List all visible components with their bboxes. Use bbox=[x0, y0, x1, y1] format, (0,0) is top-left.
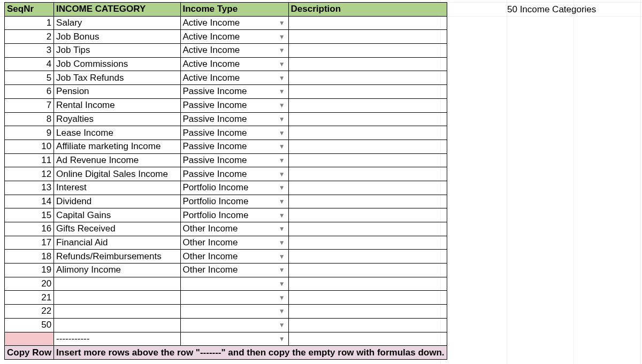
cell-description[interactable] bbox=[288, 153, 447, 167]
cell-description[interactable] bbox=[288, 85, 447, 99]
cell-description[interactable] bbox=[288, 167, 447, 181]
table-row[interactable]: 16Gifts ReceivedOther Income▼ bbox=[5, 222, 447, 236]
dropdown-icon[interactable]: ▼ bbox=[279, 239, 285, 246]
dropdown-icon[interactable]: ▼ bbox=[279, 184, 285, 191]
dropdown-icon[interactable]: ▼ bbox=[279, 130, 285, 136]
copy-row[interactable]: Copy RowInsert more rows above the row "… bbox=[5, 346, 447, 360]
dropdown-icon[interactable]: ▼ bbox=[279, 20, 285, 26]
cell-description[interactable] bbox=[288, 140, 447, 153]
cell-seq[interactable]: 19 bbox=[5, 264, 54, 277]
income-category-table[interactable]: SeqNr INCOME CATEGORY Income Type Descri… bbox=[4, 2, 447, 360]
cell-description[interactable] bbox=[288, 291, 447, 305]
table-row[interactable]: 12Online Digital Sales IncomePassive Inc… bbox=[5, 167, 447, 181]
cell-seq[interactable]: 6 bbox=[5, 85, 54, 99]
cell-description[interactable] bbox=[288, 208, 447, 222]
cell-income-type[interactable]: Active Income▼ bbox=[180, 44, 288, 58]
copy-row-message[interactable]: Insert more rows above the row "-------"… bbox=[54, 346, 447, 360]
cell-category[interactable]: Pension bbox=[54, 85, 180, 99]
cell-seq[interactable]: 22 bbox=[5, 305, 54, 319]
cell-category[interactable]: Salary bbox=[54, 16, 180, 30]
cell-category[interactable]: Job Tips bbox=[54, 44, 180, 58]
cell-description[interactable] bbox=[288, 98, 447, 112]
cell-income-type[interactable]: Portfolio Income▼ bbox=[180, 208, 288, 222]
cell-category[interactable]: Financial Aid bbox=[54, 236, 180, 250]
cell-income-type[interactable]: Other Income▼ bbox=[180, 264, 288, 277]
header-type[interactable]: Income Type bbox=[180, 3, 288, 17]
table-row[interactable]: 7Rental IncomePassive Income▼ bbox=[5, 98, 447, 112]
cell-category[interactable]: Refunds/Reimbursements bbox=[54, 250, 180, 264]
cell-category[interactable]: Interest bbox=[54, 181, 180, 195]
cell-description[interactable] bbox=[288, 195, 447, 208]
cell-income-type[interactable]: Active Income▼ bbox=[180, 30, 288, 44]
dropdown-icon[interactable]: ▼ bbox=[279, 34, 285, 40]
cell-category[interactable]: Royalties bbox=[54, 112, 180, 126]
dropdown-icon[interactable]: ▼ bbox=[279, 308, 285, 314]
dropdown-icon[interactable]: ▼ bbox=[279, 322, 285, 328]
cell-category[interactable] bbox=[54, 318, 180, 332]
cell-seq[interactable]: 11 bbox=[5, 153, 54, 167]
cell-description[interactable] bbox=[288, 16, 447, 30]
cell-income-type[interactable]: Other Income▼ bbox=[180, 222, 288, 236]
copy-row-label[interactable]: Copy Row bbox=[5, 346, 54, 360]
cell-income-type[interactable]: Active Income▼ bbox=[180, 16, 288, 30]
table-row[interactable]: 6PensionPassive Income▼ bbox=[5, 85, 447, 99]
dropdown-icon[interactable]: ▼ bbox=[279, 253, 285, 260]
table-row[interactable]: 17Financial AidOther Income▼ bbox=[5, 236, 447, 250]
cell-income-type[interactable]: Other Income▼ bbox=[180, 236, 288, 250]
cell-category[interactable] bbox=[54, 305, 180, 319]
cell-description[interactable] bbox=[288, 181, 447, 195]
cell-seq[interactable]: 18 bbox=[5, 250, 54, 264]
dropdown-icon[interactable]: ▼ bbox=[279, 212, 285, 219]
cell-seq[interactable]: 2 bbox=[5, 30, 54, 44]
cell-income-type[interactable]: ▼ bbox=[180, 291, 288, 305]
table-row[interactable]: 9Lease IncomePassive Income▼ bbox=[5, 126, 447, 140]
cell-category[interactable]: Alimony Income bbox=[54, 264, 180, 277]
cell-description[interactable] bbox=[288, 318, 447, 332]
table-row[interactable]: 14DividendPortfolio Income▼ bbox=[5, 195, 447, 208]
cell-description[interactable] bbox=[288, 236, 447, 250]
cell-description[interactable] bbox=[288, 44, 447, 58]
cell-category[interactable]: Dividend bbox=[54, 195, 180, 208]
cell-income-type[interactable]: Other Income▼ bbox=[180, 250, 288, 264]
table-row[interactable]: 20▼ bbox=[5, 277, 447, 291]
cell-seq[interactable]: 17 bbox=[5, 236, 54, 250]
separator-seq-cell[interactable] bbox=[5, 332, 54, 346]
dropdown-icon[interactable]: ▼ bbox=[279, 61, 285, 67]
cell-seq[interactable]: 16 bbox=[5, 222, 54, 236]
cell-income-type[interactable]: Passive Income▼ bbox=[180, 167, 288, 181]
dropdown-icon[interactable]: ▼ bbox=[279, 143, 285, 150]
cell-description[interactable] bbox=[288, 222, 447, 236]
cell-income-type[interactable]: ▼ bbox=[180, 305, 288, 319]
separator-row[interactable]: -----------▼ bbox=[5, 332, 447, 346]
cell-description[interactable] bbox=[288, 264, 447, 277]
cell-seq[interactable]: 4 bbox=[5, 57, 54, 71]
cell-income-type[interactable]: Passive Income▼ bbox=[180, 126, 288, 140]
cell-category[interactable]: Online Digital Sales Income bbox=[54, 167, 180, 181]
cell-description[interactable] bbox=[288, 112, 447, 126]
cell-seq[interactable]: 1 bbox=[5, 16, 54, 30]
cell-income-type[interactable]: Passive Income▼ bbox=[180, 112, 288, 126]
dropdown-icon[interactable]: ▼ bbox=[279, 267, 285, 273]
table-row[interactable]: 10Affiliate marketing IncomePassive Inco… bbox=[5, 140, 447, 153]
header-description[interactable]: Description bbox=[288, 3, 447, 17]
table-row[interactable]: 50▼ bbox=[5, 318, 447, 332]
cell-seq[interactable]: 9 bbox=[5, 126, 54, 140]
cell-seq[interactable]: 13 bbox=[5, 181, 54, 195]
table-row[interactable]: 1SalaryActive Income▼ bbox=[5, 16, 447, 30]
separator-text[interactable]: ----------- bbox=[54, 332, 180, 346]
cell-seq[interactable]: 8 bbox=[5, 112, 54, 126]
cell-seq[interactable]: 20 bbox=[5, 277, 54, 291]
cell-income-type[interactable]: Passive Income▼ bbox=[180, 98, 288, 112]
cell-seq[interactable]: 50 bbox=[5, 318, 54, 332]
dropdown-icon[interactable]: ▼ bbox=[279, 88, 285, 95]
cell-income-type[interactable]: Portfolio Income▼ bbox=[180, 195, 288, 208]
dropdown-icon[interactable]: ▼ bbox=[279, 171, 285, 177]
dropdown-icon[interactable]: ▼ bbox=[279, 295, 285, 301]
table-row[interactable]: 19Alimony IncomeOther Income▼ bbox=[5, 264, 447, 277]
dropdown-icon[interactable]: ▼ bbox=[279, 281, 285, 287]
table-row[interactable]: 21▼ bbox=[5, 291, 447, 305]
cell-description[interactable] bbox=[288, 57, 447, 71]
dropdown-icon[interactable]: ▼ bbox=[279, 336, 285, 342]
cell-category[interactable]: Rental Income bbox=[54, 98, 180, 112]
cell-category[interactable]: Lease Income bbox=[54, 126, 180, 140]
